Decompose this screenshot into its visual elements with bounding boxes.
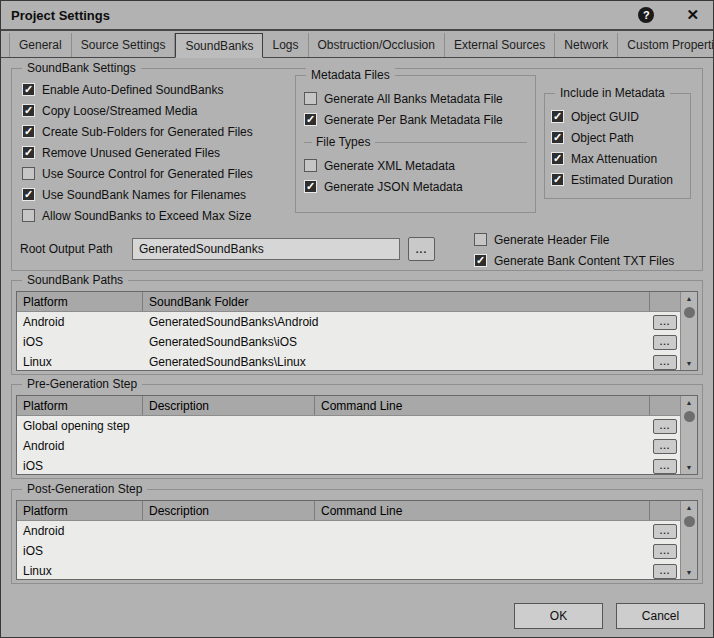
table-row[interactable]: Linux GeneratedSoundBanks\Linux ... [17, 352, 680, 370]
cancel-button[interactable]: Cancel [616, 603, 705, 629]
column-header-platform[interactable]: Platform [17, 292, 143, 311]
help-glyph: ? [643, 9, 650, 21]
column-header-command-line[interactable]: Command Line [315, 396, 650, 415]
help-icon[interactable]: ? [638, 7, 654, 23]
table-row[interactable]: Global opening step ... [17, 416, 680, 436]
column-header-actions [650, 396, 680, 415]
checkbox-create-sub-folders[interactable]: ✓Create Sub-Folders for Generated Files [22, 121, 253, 142]
checkbox-label: Max Attenuation [571, 152, 657, 166]
edit-row-button[interactable]: ... [653, 439, 677, 454]
checkbox-generate-bank-content-txt[interactable]: ✓Generate Bank Content TXT Files [474, 250, 674, 271]
column-header-soundbank-folder[interactable]: SoundBank Folder [143, 292, 650, 311]
edit-row-button[interactable]: ... [653, 459, 677, 474]
table-body: Platform Description Command Line Global… [17, 396, 680, 474]
checkbox-generate-per-bank-metadata[interactable]: ✓Generate Per Bank Metadata File [304, 109, 527, 130]
scroll-thumb[interactable] [684, 516, 695, 527]
checkbox-copy-loose-streamed-media[interactable]: ✓Copy Loose/Streamed Media [22, 100, 253, 121]
close-icon[interactable]: ✕ [686, 6, 699, 24]
column-header-command-line[interactable]: Command Line [315, 501, 650, 520]
edit-row-button[interactable]: ... [653, 564, 677, 579]
checkbox-use-source-control[interactable]: ✓Use Source Control for Generated Files [22, 163, 253, 184]
scroll-up-icon[interactable]: ▲ [686, 295, 693, 302]
checkbox-box-icon: ✓ [551, 152, 564, 165]
checkbox-generate-xml-metadata[interactable]: ✓Generate XML Metadata [304, 155, 527, 176]
table-row[interactable]: Android ... [17, 521, 680, 541]
tab-obstruction-occlusion[interactable]: Obstruction/Occlusion [309, 33, 445, 57]
root-output-path-input[interactable] [132, 238, 400, 260]
scroll-up-icon[interactable]: ▲ [686, 399, 693, 406]
edit-row-button[interactable]: ... [653, 419, 677, 434]
post-generation-table: Platform Description Command Line Androi… [16, 500, 698, 580]
checkbox-object-path[interactable]: ✓Object Path [551, 127, 684, 148]
check-icon: ✓ [476, 255, 485, 266]
column-header-platform[interactable]: Platform [17, 396, 143, 415]
scroll-down-icon[interactable]: ▼ [686, 569, 693, 576]
edit-row-button[interactable]: ... [653, 544, 677, 559]
group-title: Metadata Files [306, 68, 395, 82]
tab-general[interactable]: General [9, 33, 72, 57]
column-header-description[interactable]: Description [143, 396, 315, 415]
checkbox-generate-header-file[interactable]: ✓Generate Header File [474, 229, 674, 250]
scroll-thumb[interactable] [684, 411, 695, 422]
tab-source-settings[interactable]: Source Settings [72, 33, 176, 57]
check-icon: ✓ [306, 181, 315, 192]
cell-folder: GeneratedSoundBanks\Linux [143, 355, 650, 369]
table-row[interactable]: Linux ... [17, 561, 680, 579]
dialog-footer: OK Cancel [514, 603, 705, 629]
table-row[interactable]: iOS GeneratedSoundBanks\iOS ... [17, 332, 680, 352]
scroll-down-icon[interactable]: ▼ [686, 464, 693, 471]
scroll-up-icon[interactable]: ▲ [686, 504, 693, 511]
vertical-scrollbar[interactable]: ▲ ▼ [680, 501, 697, 579]
table-row[interactable]: iOS ... [17, 456, 680, 474]
checkbox-generate-json-metadata[interactable]: ✓Generate JSON Metadata [304, 176, 527, 197]
tab-soundbanks[interactable]: SoundBanks [175, 33, 263, 58]
cell-folder: GeneratedSoundBanks\Android [143, 315, 650, 329]
table-header-row: Platform Description Command Line [17, 396, 680, 416]
tab-network[interactable]: Network [555, 33, 618, 57]
checkbox-label: Generate All Banks Metadata File [324, 92, 503, 106]
checkbox-object-guid[interactable]: ✓Object GUID [551, 106, 684, 127]
checkbox-enable-auto-defined-soundbanks[interactable]: ✓Enable Auto-Defined SoundBanks [22, 79, 253, 100]
table-header-row: Platform SoundBank Folder [17, 292, 680, 312]
checkbox-allow-exceed-max-size[interactable]: ✓Allow SoundBanks to Exceed Max Size [22, 205, 253, 226]
soundbank-paths-table: Platform SoundBank Folder Android Genera… [16, 291, 698, 371]
browse-root-path-button[interactable]: ... [408, 237, 435, 261]
table-row[interactable]: Android GeneratedSoundBanks\Android ... [17, 312, 680, 332]
cell-folder: GeneratedSoundBanks\iOS [143, 335, 650, 349]
checkbox-max-attenuation[interactable]: ✓Max Attenuation [551, 148, 684, 169]
checkbox-generate-all-banks-metadata[interactable]: ✓Generate All Banks Metadata File [304, 88, 527, 109]
checkbox-use-soundbank-names[interactable]: ✓Use SoundBank Names for Filenames [22, 184, 253, 205]
cell-platform: Global opening step [17, 419, 143, 433]
checkbox-box-icon: ✓ [304, 113, 317, 126]
edit-row-button[interactable]: ... [653, 335, 677, 350]
checkbox-box-icon: ✓ [22, 167, 35, 180]
table-row[interactable]: iOS ... [17, 541, 680, 561]
cell-platform: Android [17, 315, 143, 329]
root-output-path-row: Root Output Path ... [20, 237, 435, 261]
column-header-platform[interactable]: Platform [17, 501, 143, 520]
scroll-down-icon[interactable]: ▼ [686, 360, 693, 367]
column-header-description[interactable]: Description [143, 501, 315, 520]
tab-custom-properties[interactable]: Custom Properties [618, 33, 714, 57]
table-row[interactable]: Android ... [17, 436, 680, 456]
checkbox-box-icon: ✓ [551, 173, 564, 186]
soundbank-settings-checkbox-list: ✓Enable Auto-Defined SoundBanks ✓Copy Lo… [22, 79, 253, 226]
vertical-scrollbar[interactable]: ▲ ▼ [680, 292, 697, 370]
edit-row-button[interactable]: ... [653, 355, 677, 370]
checkbox-label: Estimated Duration [571, 173, 673, 187]
vertical-scrollbar[interactable]: ▲ ▼ [680, 396, 697, 474]
titlebar[interactable]: Project Settings ? ✕ [1, 1, 713, 31]
checkbox-estimated-duration[interactable]: ✓Estimated Duration [551, 169, 684, 190]
edit-row-button[interactable]: ... [653, 524, 677, 539]
tab-logs[interactable]: Logs [263, 33, 308, 57]
column-header-actions [650, 292, 680, 311]
edit-row-button[interactable]: ... [653, 315, 677, 330]
group-title: Pre-Generation Step [22, 377, 142, 391]
check-icon: ✓ [24, 105, 33, 116]
ok-button[interactable]: OK [514, 603, 603, 629]
tab-external-sources[interactable]: External Sources [445, 33, 555, 57]
checkbox-remove-unused-generated-files[interactable]: ✓Remove Unused Generated Files [22, 142, 253, 163]
scroll-thumb[interactable] [684, 307, 695, 318]
root-output-path-label: Root Output Path [20, 242, 132, 256]
checkbox-box-icon: ✓ [551, 110, 564, 123]
